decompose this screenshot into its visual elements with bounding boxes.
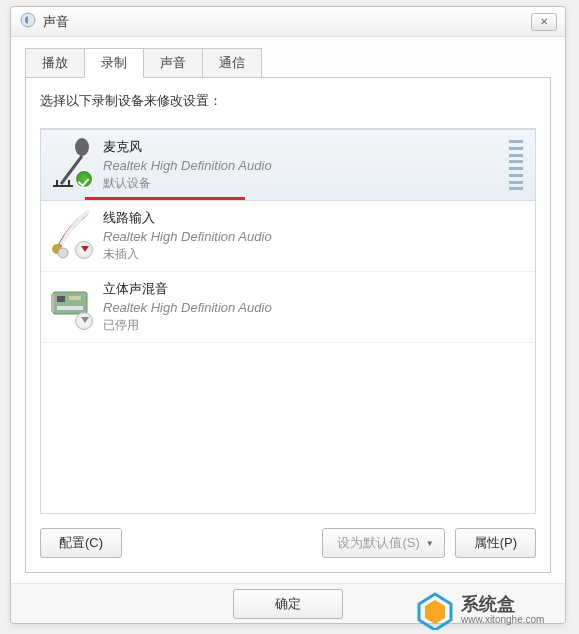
device-driver: Realtek High Definition Audio — [103, 158, 509, 173]
line-in-icon — [49, 207, 95, 261]
chevron-down-icon: ▼ — [426, 539, 434, 548]
speaker-icon — [19, 11, 37, 32]
device-status: 未插入 — [103, 246, 527, 263]
device-driver: Realtek High Definition Audio — [103, 229, 527, 244]
svg-rect-8 — [51, 294, 54, 312]
sound-card-icon — [49, 278, 95, 332]
window-title: 声音 — [43, 13, 69, 31]
device-microphone[interactable]: 麦克风 Realtek High Definition Audio 默认设备 — [41, 129, 535, 201]
svg-rect-4 — [53, 292, 87, 314]
close-icon: ✕ — [540, 16, 548, 27]
device-line-in[interactable]: 线路输入 Realtek High Definition Audio 未插入 — [41, 201, 535, 272]
panel-button-row: 配置(C) 设为默认值(S) ▼ 属性(P) — [40, 528, 536, 558]
device-name: 麦克风 — [103, 138, 509, 156]
device-name: 立体声混音 — [103, 280, 527, 298]
sound-dialog: 声音 ✕ 播放 录制 声音 通信 选择以下录制设备来修改设置： — [10, 6, 566, 624]
configure-button[interactable]: 配置(C) — [40, 528, 122, 558]
tab-sounds[interactable]: 声音 — [143, 48, 203, 78]
device-stereo-mix[interactable]: 立体声混音 Realtek High Definition Audio 已停用 — [41, 272, 535, 343]
device-status: 已停用 — [103, 317, 527, 334]
svg-point-1 — [75, 138, 89, 156]
ok-button[interactable]: 确定 — [233, 589, 343, 619]
tab-playback[interactable]: 播放 — [25, 48, 85, 78]
close-button[interactable]: ✕ — [531, 13, 557, 31]
microphone-icon — [49, 136, 95, 190]
device-list[interactable]: 麦克风 Realtek High Definition Audio 默认设备 — [40, 128, 536, 514]
set-default-button[interactable]: 设为默认值(S) ▼ — [322, 528, 444, 558]
tab-panel-recording: 选择以下录制设备来修改设置： 麦克风 Realtek High Definiti… — [25, 77, 551, 573]
device-status: 默认设备 — [103, 175, 509, 192]
device-text: 立体声混音 Realtek High Definition Audio 已停用 — [103, 278, 527, 336]
device-text: 麦克风 Realtek High Definition Audio 默认设备 — [103, 136, 509, 194]
device-name: 线路输入 — [103, 209, 527, 227]
tab-comm[interactable]: 通信 — [202, 48, 262, 78]
dialog-footer: 确定 — [11, 583, 565, 623]
svg-rect-7 — [57, 306, 83, 310]
device-driver: Realtek High Definition Audio — [103, 300, 527, 315]
highlight-underline — [85, 197, 245, 200]
tab-recording[interactable]: 录制 — [84, 48, 144, 78]
set-default-label: 设为默认值(S) — [337, 534, 419, 552]
device-text: 线路输入 Realtek High Definition Audio 未插入 — [103, 207, 527, 265]
properties-button[interactable]: 属性(P) — [455, 528, 536, 558]
tab-strip: 播放 录制 声音 通信 — [11, 37, 565, 77]
instruction-text: 选择以下录制设备来修改设置： — [40, 92, 536, 110]
svg-rect-6 — [69, 296, 81, 300]
titlebar: 声音 ✕ — [11, 7, 565, 37]
svg-point-3 — [58, 248, 68, 258]
vu-meter — [509, 136, 523, 194]
svg-rect-5 — [57, 296, 65, 302]
